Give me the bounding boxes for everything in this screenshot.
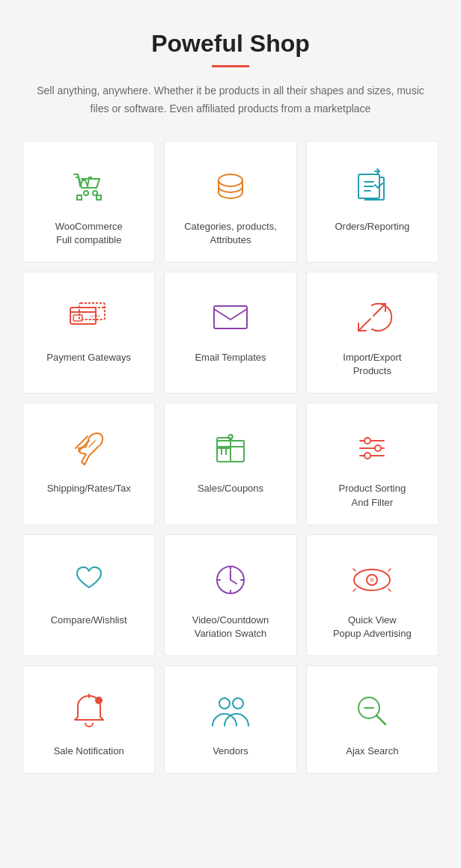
card-label-importexport: Import/ExportProducts — [343, 351, 401, 378]
svg-point-22 — [95, 697, 103, 704]
svg-point-23 — [219, 698, 230, 709]
svg-point-0 — [84, 191, 88, 195]
email-icon — [208, 295, 253, 340]
svg-rect-7 — [90, 315, 100, 317]
card-compare: Compare/Wishlist — [22, 534, 155, 656]
card-quickview: Quick ViewPopup Advertising — [306, 534, 439, 656]
card-label-vendors: Vendors — [213, 745, 248, 758]
card-sorting: Product SortingAnd Filter — [306, 403, 439, 525]
woocommerce-icon — [67, 164, 112, 209]
card-label-shipping: Shipping/Rates/Tax — [47, 482, 131, 495]
svg-point-1 — [93, 191, 97, 195]
card-woocommerce: WooCommerceFull compatible — [22, 141, 155, 263]
shipping-icon — [67, 426, 112, 471]
svg-point-17 — [364, 453, 370, 459]
notification-icon — [67, 688, 112, 733]
header-subtitle: Sell anything, anywhere. Whether it be p… — [36, 82, 425, 118]
card-sales: Sales/Coupons — [164, 403, 296, 525]
card-notification: Sale Notification — [22, 665, 155, 774]
video-icon — [208, 557, 253, 602]
card-label-email: Email Templates — [195, 351, 266, 364]
svg-point-16 — [375, 445, 381, 451]
sorting-icon — [349, 426, 394, 471]
card-label-sales: Sales/Coupons — [198, 482, 263, 495]
card-ajax: Ajax Search — [306, 665, 439, 774]
page-title: Poweful Shop — [22, 30, 439, 58]
svg-rect-5 — [73, 315, 82, 321]
payment-icon — [67, 295, 112, 340]
svg-point-15 — [364, 438, 370, 444]
categories-icon — [208, 164, 253, 209]
card-label-orders: Orders/Reporting — [335, 220, 409, 233]
orders-icon — [349, 164, 394, 209]
sales-icon — [208, 426, 253, 471]
ajax-icon — [349, 688, 394, 733]
card-label-ajax: Ajax Search — [346, 745, 398, 758]
card-label-compare: Compare/Wishlist — [51, 614, 127, 627]
card-shipping: Shipping/Rates/Tax — [22, 403, 155, 525]
card-label-sorting: Product SortingAnd Filter — [339, 482, 406, 509]
card-label-payment: Payment Gateways — [46, 351, 131, 364]
compare-icon — [67, 557, 112, 602]
svg-point-24 — [233, 698, 243, 709]
card-label-video: Video/CountdownVariation Swatch — [192, 614, 269, 641]
importexport-icon — [349, 295, 394, 340]
card-email: Email Templates — [164, 272, 296, 394]
header-divider — [212, 65, 249, 67]
svg-point-21 — [370, 578, 374, 582]
card-categories: Categories, products,Attributes — [164, 141, 296, 263]
svg-rect-8 — [214, 306, 247, 328]
card-payment: Payment Gateways — [22, 272, 155, 394]
card-orders: Orders/Reporting — [306, 141, 439, 263]
quickview-icon — [349, 557, 394, 602]
card-vendors: Vendors — [164, 665, 296, 774]
features-grid: WooCommerceFull compatible Categories, p… — [22, 141, 439, 774]
card-label-quickview: Quick ViewPopup Advertising — [333, 614, 412, 641]
card-label-woocommerce: WooCommerceFull compatible — [55, 220, 123, 247]
card-importexport: Import/ExportProducts — [306, 272, 439, 394]
card-label-categories: Categories, products,Attributes — [184, 220, 277, 247]
page-header: Poweful Shop Sell anything, anywhere. Wh… — [22, 30, 439, 118]
svg-point-2 — [219, 174, 242, 186]
vendors-icon — [208, 688, 253, 733]
card-label-notification: Sale Notification — [54, 745, 124, 758]
card-video: Video/CountdownVariation Swatch — [164, 534, 296, 656]
